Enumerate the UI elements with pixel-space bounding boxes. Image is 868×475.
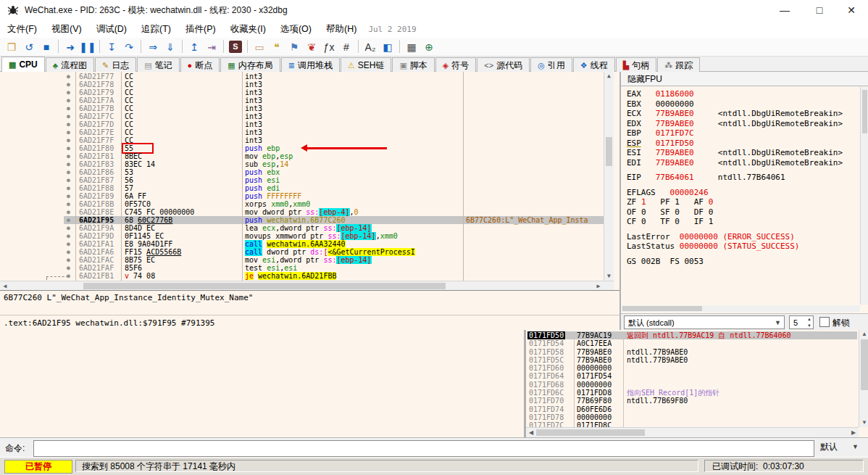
breakpoint-dot-icon[interactable]: ● [67, 160, 70, 168]
disasm-row[interactable]: ●6AD21F9568 60C2776Bpush wechatwin.6B77C… [0, 216, 604, 224]
trace-record-icon[interactable]: # [338, 38, 355, 55]
disasm-row[interactable]: ●6AD21F7FCCint3 [0, 136, 604, 144]
breakpoint-dot-icon[interactable]: ● [67, 248, 70, 256]
breakpoint-dot-icon[interactable]: ● [67, 184, 70, 192]
register-blank-line[interactable] [627, 183, 859, 188]
disasm-row[interactable]: ●6AD21F8B0F57C0xorps xmm0,xmm0 [0, 200, 604, 208]
tab-内存布局[interactable]: ▦内存布局 [220, 57, 280, 72]
disasm-row[interactable]: ●6AD21F7CCCint3 [0, 112, 604, 120]
step-into-icon[interactable]: ↧ [103, 38, 120, 55]
disasm-row[interactable]: ●6AD21F77CCint3 [0, 73, 604, 80]
tab-调用堆栈[interactable]: ≣调用堆栈 [281, 57, 340, 72]
label-icon[interactable]: ⚑ [285, 38, 303, 55]
disasm-row[interactable]: ●6AD21F8383EC 14sub esp,14 [0, 160, 604, 168]
stack-row[interactable]: 0171FD5C77B9ABE0ntdll.77B9ABE0 [527, 356, 857, 364]
breakpoint-dot-icon[interactable]: ● [67, 208, 70, 216]
disasm-row[interactable]: ●6AD21F7BCCint3 [0, 104, 604, 112]
breakpoint-dot-icon[interactable]: ● [67, 96, 70, 104]
open-file-icon[interactable]: ❐ [3, 38, 20, 55]
breakpoint-dot-icon[interactable]: ● [67, 200, 70, 208]
command-dropdown[interactable]: 默认 ▼ [816, 440, 862, 454]
register-line[interactable]: EBX 00000000 [627, 99, 859, 110]
stack-vscrollbar[interactable]: ▲ ▼ [859, 330, 868, 427]
disassembly-hscrollbar[interactable]: ◀ ▶ [0, 281, 614, 291]
patch-icon[interactable]: ▭ [251, 38, 268, 55]
disasm-row[interactable]: ●6AD21F8055push ebp [0, 144, 604, 152]
command-input[interactable] [33, 440, 814, 457]
disasm-row[interactable]: ●6AD21F8EC745 FC 00000000mov dword ptr s… [0, 208, 604, 216]
breakpoint-dot-icon[interactable]: ● [67, 216, 70, 224]
disassembly-pane[interactable]: ●6AD21F77CCint3●6AD21F78CCint3●6AD21F79C… [0, 72, 621, 330]
breakpoint-dot-icon[interactable]: ● [67, 264, 70, 272]
stack-row[interactable]: 0171FD7C0171FD8C [527, 421, 857, 427]
breakpoint-dot-icon[interactable]: ● [67, 176, 70, 184]
pause-icon[interactable]: ❚❚ [79, 38, 96, 55]
disasm-row[interactable]: ●6AD21FAF85F6test esi,esi [0, 264, 604, 272]
menu-item[interactable]: 追踪(T) [134, 20, 178, 38]
register-line[interactable]: EDX 77B9ABE0 <ntdll.DbgUiRemoteBreakin> [627, 119, 859, 129]
unlock-checkbox[interactable]: 解锁 [819, 317, 850, 329]
breakpoint-dot-icon[interactable]: ● [67, 128, 70, 136]
disasm-row[interactable]: ●6AD21FB1v 74 08je wechatwin.6AD21FBB [0, 272, 604, 280]
disasm-row[interactable]: ●6AD21F8756push esi [0, 176, 604, 184]
run-to-user-code-icon[interactable]: ⇥ [203, 38, 220, 55]
stack-row[interactable]: 0171FD6800000000 [527, 381, 857, 389]
breakpoint-dot-icon[interactable]: ● [67, 104, 70, 112]
comment-icon[interactable]: ❝ [268, 38, 285, 55]
bookmark-icon[interactable]: ❦ [303, 38, 320, 55]
register-line[interactable]: ESP 0171FD50 [627, 139, 859, 149]
tab-源代码[interactable]: <>源代码 [477, 57, 530, 72]
disasm-row[interactable]: ●6AD21F7ECCint3 [0, 128, 604, 136]
stack-row[interactable]: 0171FD5877B9ABE0ntdll.77B9ABE0 [527, 348, 857, 356]
breakpoint-dot-icon[interactable]: ● [67, 232, 70, 240]
tab-SEH链[interactable]: ⚠SEH链 [341, 57, 392, 72]
register-blank-line[interactable] [627, 227, 859, 232]
tab-线程[interactable]: ❖线程 [573, 57, 615, 72]
tab-句柄[interactable]: ▙句柄 [616, 57, 656, 72]
disasm-row[interactable]: ●6AD21F78CCint3 [0, 80, 604, 88]
breakpoint-dot-icon[interactable]: ● [67, 168, 70, 176]
breakpoint-dot-icon[interactable]: ● [67, 256, 70, 264]
register-line[interactable]: ESI 77B9ABE0 <ntdll.DbgUiRemoteBreakin> [627, 148, 859, 158]
disasm-row[interactable]: ●6AD21F7DCCint3 [0, 120, 604, 128]
scylla-icon[interactable]: S [227, 38, 244, 55]
tab-断点[interactable]: ●断点 [180, 57, 220, 72]
disasm-row[interactable]: ●6AD21F896A FFpush FFFFFFFF [0, 192, 604, 200]
breakpoint-dot-icon[interactable]: ● [67, 136, 70, 144]
stack-row[interactable]: 0171FD5077B9AC19返回到 ntdll.77B9AC19 自 ntd… [527, 331, 857, 339]
stack-hscrollbar[interactable]: ◀ ▶ [526, 427, 859, 437]
disasm-row[interactable]: ●6AD21F818BECmov ebp,esp [0, 152, 604, 160]
disasm-row[interactable]: ●6AD21F9A8D4D EClea ecx,dword ptr ss:[eb… [0, 224, 604, 232]
calling-convention-dropdown[interactable]: 默认 (stdcall) ▼ [624, 315, 785, 329]
run-icon[interactable]: ➜ [62, 38, 79, 55]
register-line[interactable]: ZF 1 PF 1 AF 0 [627, 197, 859, 207]
close-button[interactable]: ✕ [835, 0, 868, 20]
step-trace-icon[interactable]: ⇓ [162, 38, 179, 55]
register-line[interactable]: GS 002B FS 0053 [627, 257, 859, 267]
stack-row[interactable]: 0171FD6C0171FDD8指向SEH_Record[1]的指针 [527, 389, 857, 397]
tab-笔记[interactable]: ▤笔记 [137, 57, 179, 72]
stack-row[interactable]: 0171FD7800000000 [527, 413, 857, 421]
stack-pane[interactable]: 0171FD5077B9AC19返回到 ntdll.77B9AC19 自 ntd… [525, 330, 868, 437]
tab-引用[interactable]: ◎引用 [530, 57, 572, 72]
stack-row[interactable]: 0171FD6000000000 [527, 364, 857, 372]
function-icon[interactable]: ƒx [320, 38, 338, 55]
disasm-row[interactable]: ●6AD21F8857push edi [0, 184, 604, 192]
register-blank-line[interactable] [627, 168, 859, 173]
registers-pane[interactable]: 隐藏FPU EAX 01186000EBX 00000000ECX 77B9AB… [621, 72, 868, 330]
breakpoint-dot-icon[interactable]: ● [67, 73, 70, 80]
disasm-row[interactable]: ●6AD21F79CCint3 [0, 88, 604, 96]
register-line[interactable]: EBP 0171FD7C [627, 128, 859, 139]
registers-hscrollbar[interactable] [621, 305, 860, 312]
register-line[interactable]: CF 0 TF 0 IF 1 [627, 217, 859, 227]
breakpoint-dot-icon[interactable]: ● [67, 80, 70, 88]
tab-脚本[interactable]: ▣脚本 [392, 57, 434, 72]
strings-icon[interactable]: A₂ [362, 38, 379, 55]
register-line[interactable]: EFLAGS 00000246 [627, 188, 859, 198]
register-line[interactable]: OF 0 SF 0 DF 0 [627, 207, 859, 218]
registers-vscrollbar[interactable] [860, 87, 868, 305]
register-line[interactable]: LastStatus 00000000 (STATUS_SUCCESS) [627, 241, 859, 252]
arg-depth-spinner[interactable]: 5 ▲▼ [789, 315, 814, 329]
minimize-button[interactable]: — [768, 0, 801, 20]
breakpoint-dot-icon[interactable]: ● [67, 144, 70, 152]
